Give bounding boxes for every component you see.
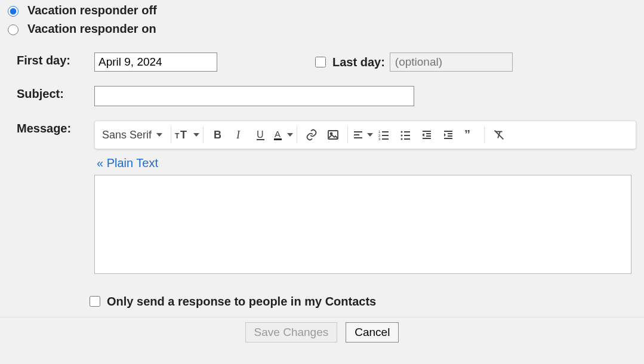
svg-text:I: I [236, 129, 241, 141]
numbered-list-button[interactable]: 123 [373, 124, 395, 146]
cancel-button[interactable]: Cancel [346, 322, 399, 343]
text-color-button[interactable]: A [272, 124, 293, 146]
separator [171, 127, 171, 143]
contacts-only-label: Only send a response to people in my Con… [107, 295, 376, 309]
last-day-input[interactable] [390, 53, 513, 72]
message-label: Message: [17, 121, 94, 274]
chevron-down-icon [287, 133, 293, 137]
italic-button[interactable]: I [229, 124, 250, 146]
last-day-label: Last day: [332, 55, 385, 69]
vacation-responder-off-radio[interactable] [8, 6, 19, 17]
separator [203, 127, 204, 143]
svg-text:T: T [180, 129, 187, 141]
underline-button[interactable]: U [250, 124, 272, 146]
svg-point-20 [401, 135, 403, 137]
last-day-checkbox[interactable] [315, 57, 326, 67]
message-editor[interactable] [94, 175, 631, 274]
subject-input[interactable] [94, 86, 414, 106]
remove-formatting-button[interactable] [488, 124, 510, 146]
bold-button[interactable]: B [207, 124, 229, 146]
vacation-responder-on-label: Vacation responder on [27, 22, 156, 36]
separator [297, 127, 297, 143]
align-button[interactable] [352, 124, 373, 146]
svg-point-19 [401, 131, 403, 133]
chevron-down-icon [193, 133, 199, 137]
svg-text:”: ” [464, 129, 470, 141]
svg-text:U: U [257, 129, 264, 140]
svg-marker-30 [423, 133, 424, 137]
svg-text:B: B [214, 129, 221, 141]
vacation-responder-off-label: Vacation responder off [27, 4, 157, 17]
insert-link-button[interactable] [301, 124, 322, 146]
insert-image-button[interactable] [322, 124, 344, 146]
svg-text:A: A [275, 129, 281, 139]
first-day-input[interactable] [94, 53, 217, 72]
chevron-down-icon [367, 133, 373, 137]
contacts-only-checkbox[interactable] [90, 296, 100, 307]
chevron-down-icon [156, 133, 162, 137]
formatting-toolbar: Sans Serif TT B I U [94, 121, 636, 149]
separator [484, 127, 485, 143]
footer-bar: Save Changes Cancel [0, 317, 644, 347]
font-family-picker[interactable]: Sans Serif [100, 124, 167, 146]
svg-text:3: 3 [378, 137, 381, 141]
separator [347, 127, 348, 143]
indent-more-button[interactable] [437, 124, 459, 146]
font-size-button[interactable]: TT [175, 124, 199, 146]
svg-point-21 [401, 138, 403, 140]
quote-button[interactable]: ” [459, 124, 480, 146]
svg-rect-8 [328, 131, 338, 139]
save-changes-button[interactable]: Save Changes [245, 322, 338, 343]
svg-marker-35 [444, 133, 446, 137]
font-family-label: Sans Serif [102, 129, 152, 141]
indent-less-button[interactable] [416, 124, 437, 146]
subject-label: Subject: [17, 86, 94, 106]
svg-text:T: T [175, 132, 180, 140]
bulleted-list-button[interactable] [395, 124, 416, 146]
svg-rect-7 [274, 138, 282, 140]
vacation-responder-on-radio[interactable] [8, 24, 19, 35]
first-day-label: First day: [17, 53, 94, 72]
plain-text-link[interactable]: « Plain Text [97, 156, 639, 170]
